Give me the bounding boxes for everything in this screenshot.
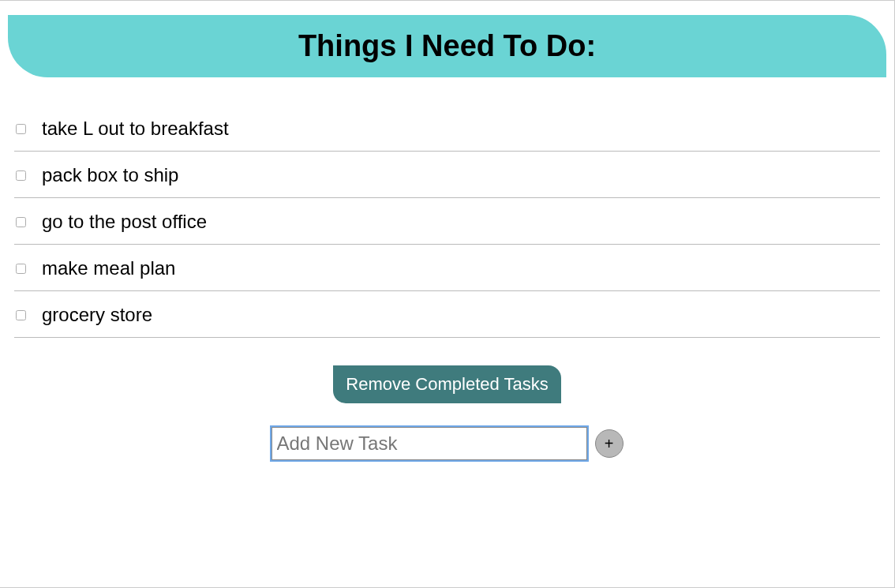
- task-list: take L out to breakfast pack box to ship…: [8, 105, 886, 338]
- plus-icon: +: [605, 436, 614, 451]
- task-label: go to the post office: [42, 211, 207, 233]
- task-label: pack box to ship: [42, 164, 178, 186]
- task-label: grocery store: [42, 304, 152, 326]
- task-item: go to the post office: [14, 198, 880, 245]
- task-item: take L out to breakfast: [14, 105, 880, 152]
- task-checkbox[interactable]: [16, 310, 26, 320]
- task-label: make meal plan: [42, 257, 175, 279]
- add-task-row: +: [8, 427, 886, 460]
- task-checkbox[interactable]: [16, 264, 26, 274]
- controls: Remove Completed Tasks +: [8, 365, 886, 460]
- task-checkbox[interactable]: [16, 217, 26, 227]
- page-title: Things I Need To Do:: [24, 29, 871, 63]
- task-checkbox[interactable]: [16, 170, 26, 181]
- task-label: take L out to breakfast: [42, 118, 229, 140]
- task-item: pack box to ship: [14, 152, 880, 198]
- task-item: make meal plan: [14, 245, 880, 291]
- page-header: Things I Need To Do:: [8, 15, 886, 77]
- task-checkbox[interactable]: [16, 124, 26, 134]
- add-task-input[interactable]: [271, 427, 587, 460]
- remove-completed-button[interactable]: Remove Completed Tasks: [333, 365, 560, 403]
- add-task-button[interactable]: +: [595, 429, 624, 458]
- task-item: grocery store: [14, 291, 880, 338]
